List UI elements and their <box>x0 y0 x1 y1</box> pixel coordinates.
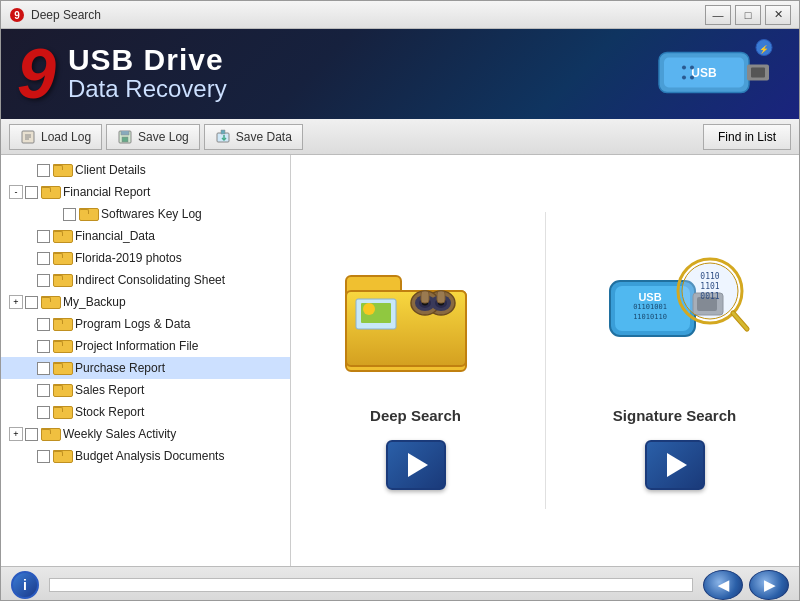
deep-search-option: Deep Search <box>336 231 496 490</box>
navigation-buttons: ◀ ▶ <box>703 570 789 600</box>
svg-rect-6 <box>751 68 765 78</box>
svg-text:01101001: 01101001 <box>633 303 667 311</box>
tree-item-financial-data[interactable]: Financial_Data <box>1 225 290 247</box>
right-panel: Deep Search 011010 <box>291 155 799 566</box>
checkbox-weekly-sales[interactable] <box>25 428 38 441</box>
label-project-info: Project Information File <box>75 339 198 353</box>
toggle-financial-report[interactable]: - <box>9 185 23 199</box>
label-weekly-sales: Weekly Sales Activity <box>63 427 176 441</box>
svg-point-10 <box>690 76 694 80</box>
folder-icon-my-backup <box>41 295 59 309</box>
load-log-button[interactable]: Load Log <box>9 124 102 150</box>
header-banner: 9 USB Drive Data Recovery USB ⚡ <box>1 29 799 119</box>
checkbox-sales-report[interactable] <box>37 384 50 397</box>
forward-button[interactable]: ▶ <box>749 570 789 600</box>
deep-search-label: Deep Search <box>370 407 461 424</box>
svg-point-26 <box>363 303 375 315</box>
folder-icon-financial-data <box>53 229 71 243</box>
label-stock-report: Stock Report <box>75 405 144 419</box>
label-sales-report: Sales Report <box>75 383 144 397</box>
label-client-details: Client Details <box>75 163 146 177</box>
minimize-button[interactable]: — <box>705 5 731 25</box>
app-icon: 9 <box>9 7 25 23</box>
search-options: Deep Search 011010 <box>311 175 779 546</box>
header-text: USB Drive Data Recovery <box>68 45 227 104</box>
folder-icon-financial-report <box>41 185 59 199</box>
header-title-line2: Data Recovery <box>68 75 227 104</box>
svg-point-7 <box>682 66 686 70</box>
svg-text:⚡: ⚡ <box>759 44 769 54</box>
checkbox-program-logs[interactable] <box>37 318 50 331</box>
logo-number: 9 <box>17 39 56 109</box>
save-data-button[interactable]: Save Data <box>204 124 303 150</box>
tree-item-financial-report[interactable]: - Financial Report <box>1 181 290 203</box>
tree-item-purchase-report[interactable]: Purchase Report <box>1 357 290 379</box>
svg-rect-19 <box>217 133 229 142</box>
tree-item-my-backup[interactable]: + My_Backup <box>1 291 290 313</box>
play-triangle-signature <box>667 453 687 477</box>
tree-item-sales-report[interactable]: Sales Report <box>1 379 290 401</box>
checkbox-florida-photos[interactable] <box>37 252 50 265</box>
label-indirect: Indirect Consolidating Sheet <box>75 273 225 287</box>
file-tree[interactable]: Client Details - Financial Report Softwa… <box>1 155 290 566</box>
maximize-button[interactable]: □ <box>735 5 761 25</box>
main-content: Client Details - Financial Report Softwa… <box>1 155 799 566</box>
save-log-button[interactable]: Save Log <box>106 124 200 150</box>
info-button[interactable]: i <box>11 571 39 599</box>
svg-text:USB: USB <box>691 66 717 80</box>
title-bar: 9 Deep Search — □ ✕ <box>1 1 799 29</box>
folder-icon-purchase-report <box>53 361 71 375</box>
toggle-my-backup[interactable]: + <box>9 295 23 309</box>
label-program-logs: Program Logs & Data <box>75 317 190 331</box>
checkbox-financial-data[interactable] <box>37 230 50 243</box>
tree-item-stock-report[interactable]: Stock Report <box>1 401 290 423</box>
folder-icon-project <box>53 339 71 353</box>
checkbox-my-backup[interactable] <box>25 296 38 309</box>
tree-item-project-info[interactable]: Project Information File <box>1 335 290 357</box>
svg-rect-38 <box>421 291 429 303</box>
save-log-icon <box>117 129 133 145</box>
back-button[interactable]: ◀ <box>703 570 743 600</box>
window-title: Deep Search <box>31 8 101 22</box>
checkbox-budget-analysis[interactable] <box>37 450 50 463</box>
folder-icon-softwares <box>79 207 97 221</box>
tree-item-program-logs[interactable]: Program Logs & Data <box>1 313 290 335</box>
find-in-list-button[interactable]: Find in List <box>703 124 791 150</box>
svg-text:0110: 0110 <box>700 272 719 281</box>
tree-item-florida-photos[interactable]: Florida-2019 photos <box>1 247 290 269</box>
svg-text:11010110: 11010110 <box>633 313 667 321</box>
svg-text:0011: 0011 <box>700 292 719 301</box>
label-florida-photos: Florida-2019 photos <box>75 251 182 265</box>
signature-search-play-button[interactable] <box>645 440 705 490</box>
deep-search-play-button[interactable] <box>386 440 446 490</box>
deep-search-visual <box>336 231 496 391</box>
tree-item-weekly-sales[interactable]: + Weekly Sales Activity <box>1 423 290 445</box>
usb-drive-icon: USB ⚡ <box>629 33 779 113</box>
checkbox-client-details[interactable] <box>37 164 50 177</box>
title-bar-left: 9 Deep Search <box>9 7 101 23</box>
signature-search-label: Signature Search <box>613 407 736 424</box>
checkbox-softwares-key-log[interactable] <box>63 208 76 221</box>
toolbar: Load Log Save Log Save Data Find in List <box>1 119 799 155</box>
progress-bar <box>49 578 693 592</box>
save-data-icon <box>215 129 231 145</box>
svg-text:1101: 1101 <box>700 282 719 291</box>
checkbox-purchase-report[interactable] <box>37 362 50 375</box>
toggle-weekly-sales[interactable]: + <box>9 427 23 441</box>
tree-item-softwares-key-log[interactable]: Softwares Key Log <box>1 203 290 225</box>
back-arrow: ◀ <box>718 577 729 593</box>
title-bar-controls: — □ ✕ <box>705 5 791 25</box>
tree-item-client-details[interactable]: Client Details <box>1 159 290 181</box>
folder-icon-weekly-sales <box>41 427 59 441</box>
checkbox-project-info[interactable] <box>37 340 50 353</box>
folder-icon-sales-report <box>53 383 71 397</box>
checkbox-stock-report[interactable] <box>37 406 50 419</box>
checkbox-financial-report[interactable] <box>25 186 38 199</box>
tree-item-budget-analysis[interactable]: Budget Analysis Documents <box>1 445 290 467</box>
label-my-backup: My_Backup <box>63 295 126 309</box>
close-button[interactable]: ✕ <box>765 5 791 25</box>
svg-rect-18 <box>122 137 128 142</box>
checkbox-indirect[interactable] <box>37 274 50 287</box>
tree-item-indirect-consolidating[interactable]: Indirect Consolidating Sheet <box>1 269 290 291</box>
svg-text:9: 9 <box>14 10 20 21</box>
